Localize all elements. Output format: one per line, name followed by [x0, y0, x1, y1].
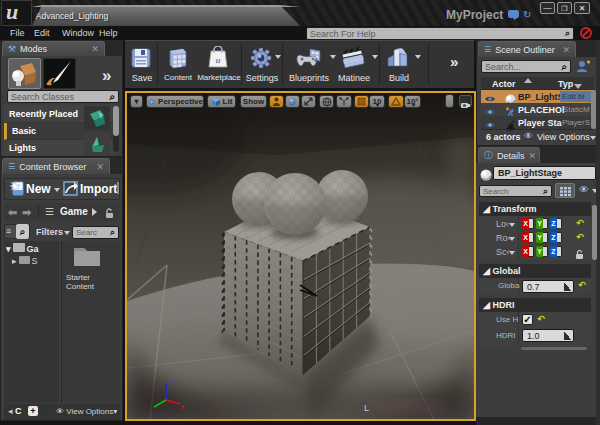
svg-text:u: u — [215, 55, 220, 65]
svg-text:z: z — [169, 377, 173, 384]
svg-text:x: x — [181, 403, 185, 410]
svg-text:L: L — [364, 403, 369, 413]
